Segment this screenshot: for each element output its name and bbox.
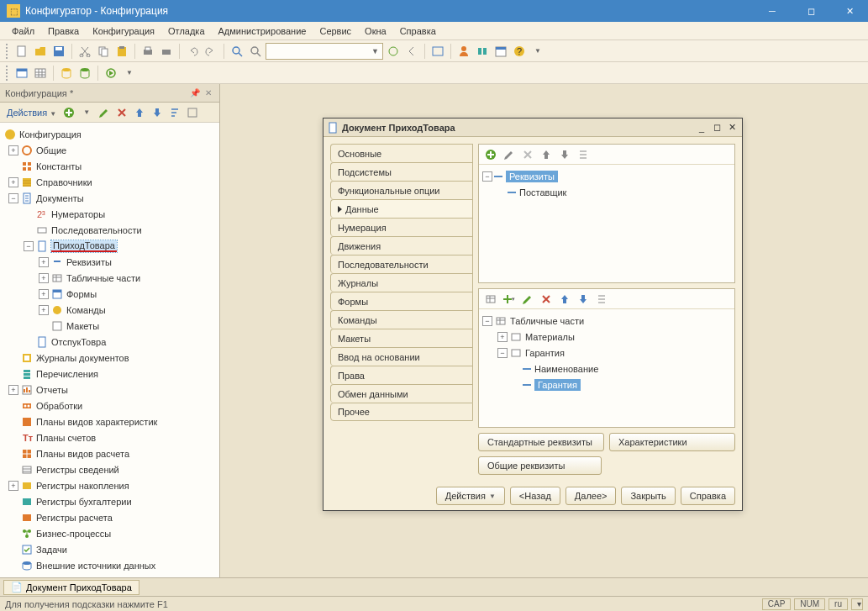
database-button[interactable] bbox=[58, 65, 75, 82]
tab-numeration[interactable]: Нумерация bbox=[330, 218, 473, 236]
copy-button[interactable] bbox=[95, 43, 112, 60]
menu-config[interactable]: Конфигурация bbox=[86, 24, 161, 39]
new-button[interactable] bbox=[13, 43, 30, 60]
tree-item[interactable]: ОтспукТовра bbox=[51, 337, 106, 347]
tree-item[interactable]: Последовательности bbox=[51, 225, 142, 235]
tree-item[interactable]: Перечисления bbox=[36, 369, 98, 379]
table-button[interactable] bbox=[32, 65, 49, 82]
up-button[interactable] bbox=[131, 104, 148, 121]
tab-layouts[interactable]: Макеты bbox=[330, 329, 473, 347]
edit-button[interactable] bbox=[96, 104, 113, 121]
paste-button[interactable] bbox=[113, 43, 130, 60]
tab-inputbasis[interactable]: Ввод на основании bbox=[330, 347, 473, 366]
close-button[interactable]: Закрыть bbox=[621, 487, 675, 505]
tree-item[interactable]: Табличные части bbox=[66, 273, 140, 283]
list-button[interactable] bbox=[575, 146, 592, 163]
tree-item[interactable]: Материалы bbox=[525, 332, 575, 342]
menu-help[interactable]: Справка bbox=[393, 24, 443, 39]
tree-item[interactable]: Регистры расчета bbox=[36, 513, 113, 523]
tab-forms[interactable]: Формы bbox=[330, 292, 473, 310]
docwin-maximize[interactable]: ◻ bbox=[710, 122, 723, 134]
tree-root[interactable]: Реквизиты bbox=[506, 171, 558, 182]
tree-item[interactable]: Поставщик bbox=[519, 187, 566, 198]
tree-item[interactable]: Внешние источники данных bbox=[36, 561, 155, 571]
docwin-minimize[interactable]: _ bbox=[695, 122, 708, 134]
undo-button[interactable] bbox=[184, 43, 201, 60]
expand-icon[interactable]: + bbox=[8, 145, 18, 155]
tree-root[interactable]: Табличные части bbox=[510, 316, 584, 326]
tab-rights[interactable]: Права bbox=[330, 366, 473, 384]
docwin-close[interactable]: ✕ bbox=[725, 122, 739, 134]
collapse-icon[interactable]: − bbox=[24, 241, 34, 251]
tree-item[interactable]: Отчеты bbox=[36, 385, 68, 395]
menu-admin[interactable]: Администрирование bbox=[212, 24, 313, 39]
help-button[interactable]: Справка bbox=[681, 487, 735, 505]
list-button[interactable] bbox=[593, 291, 610, 308]
expand-icon[interactable]: + bbox=[8, 481, 18, 491]
collapse-icon[interactable]: − bbox=[482, 316, 492, 326]
refresh-button[interactable] bbox=[385, 43, 402, 60]
tab-journals[interactable]: Журналы bbox=[330, 273, 473, 292]
tab-movements[interactable]: Движения bbox=[330, 236, 473, 255]
maximize-button[interactable]: ◻ bbox=[799, 3, 823, 19]
update-db-button[interactable] bbox=[76, 65, 93, 82]
run-dropdown[interactable]: ▼ bbox=[121, 65, 138, 82]
tab-other[interactable]: Прочее bbox=[330, 403, 473, 421]
up-button[interactable] bbox=[538, 146, 555, 163]
collapse-icon[interactable]: − bbox=[497, 348, 508, 358]
actions-button[interactable]: Действия▼ bbox=[436, 487, 505, 505]
docwin-titlebar[interactable]: Документ ПриходТовара _ ◻ ✕ bbox=[324, 119, 742, 137]
expand-icon[interactable]: + bbox=[8, 385, 18, 395]
tree-item[interactable]: Справочники bbox=[36, 177, 92, 187]
std-requisites-button[interactable]: Стандартные реквизиты bbox=[478, 433, 604, 451]
tree-item[interactable]: Регистры накопления bbox=[36, 481, 129, 491]
sidebar-close-icon[interactable]: ✕ bbox=[203, 87, 214, 99]
tab-exchange[interactable]: Обмен данными bbox=[330, 384, 473, 403]
tree-item[interactable]: Реквизиты bbox=[66, 257, 112, 267]
status-lang[interactable]: ru bbox=[829, 598, 848, 610]
tree-root[interactable]: Конфигурация bbox=[19, 129, 82, 140]
tabular-tree[interactable]: −Табличные части +Материалы −Гарантия На… bbox=[479, 309, 734, 427]
user-button[interactable] bbox=[455, 43, 472, 60]
find-button[interactable] bbox=[229, 43, 245, 60]
delete-button[interactable] bbox=[113, 104, 130, 121]
save-button[interactable] bbox=[50, 43, 67, 60]
tree-item[interactable]: Планы счетов bbox=[36, 433, 96, 443]
tab-subsystems[interactable]: Подсистемы bbox=[330, 162, 473, 181]
tab-commands[interactable]: Команды bbox=[330, 310, 473, 329]
expand-icon[interactable]: + bbox=[39, 305, 49, 315]
tree-item[interactable]: Общие bbox=[36, 145, 66, 155]
edit-button[interactable] bbox=[519, 291, 536, 308]
down-button[interactable] bbox=[575, 291, 592, 308]
up-button[interactable] bbox=[556, 291, 573, 308]
tree-item[interactable]: Гарантия bbox=[525, 348, 565, 358]
window-button[interactable] bbox=[429, 43, 446, 60]
nav-back-button[interactable] bbox=[403, 43, 420, 60]
pin-icon[interactable]: 📌 bbox=[189, 87, 201, 99]
redo-button[interactable] bbox=[203, 43, 219, 60]
taskbar-item[interactable]: 📄Документ ПриходТовара bbox=[3, 580, 139, 595]
tree-item[interactable]: Задачи bbox=[36, 545, 67, 555]
open-button[interactable] bbox=[32, 43, 49, 60]
zoom-button[interactable] bbox=[247, 43, 264, 60]
down-button[interactable] bbox=[556, 146, 573, 163]
expand-icon[interactable]: + bbox=[497, 332, 508, 342]
expand-icon[interactable]: + bbox=[8, 177, 18, 187]
status-dropdown[interactable]: ▾ bbox=[851, 598, 863, 610]
tree-item[interactable]: Константы bbox=[36, 161, 82, 171]
add-dropdown[interactable]: ▼ bbox=[78, 104, 95, 121]
characteristics-button[interactable]: Характеристики bbox=[609, 433, 735, 451]
calendar-button[interactable] bbox=[492, 43, 509, 60]
attributes-tree[interactable]: −Реквизиты Поставщик bbox=[479, 165, 734, 282]
add-button[interactable] bbox=[60, 104, 77, 121]
expand-icon[interactable]: + bbox=[39, 257, 49, 267]
tab-main[interactable]: Основные bbox=[330, 144, 473, 162]
run-button[interactable] bbox=[103, 65, 119, 82]
menu-edit[interactable]: Правка bbox=[41, 24, 86, 39]
tab-data[interactable]: Данные bbox=[330, 199, 473, 218]
sort-button[interactable] bbox=[166, 104, 183, 121]
close-button[interactable]: ✕ bbox=[838, 3, 861, 19]
edit-button[interactable] bbox=[501, 146, 518, 163]
common-requisites-button[interactable]: Общие реквизиты bbox=[478, 456, 602, 475]
form-button[interactable] bbox=[13, 65, 30, 82]
